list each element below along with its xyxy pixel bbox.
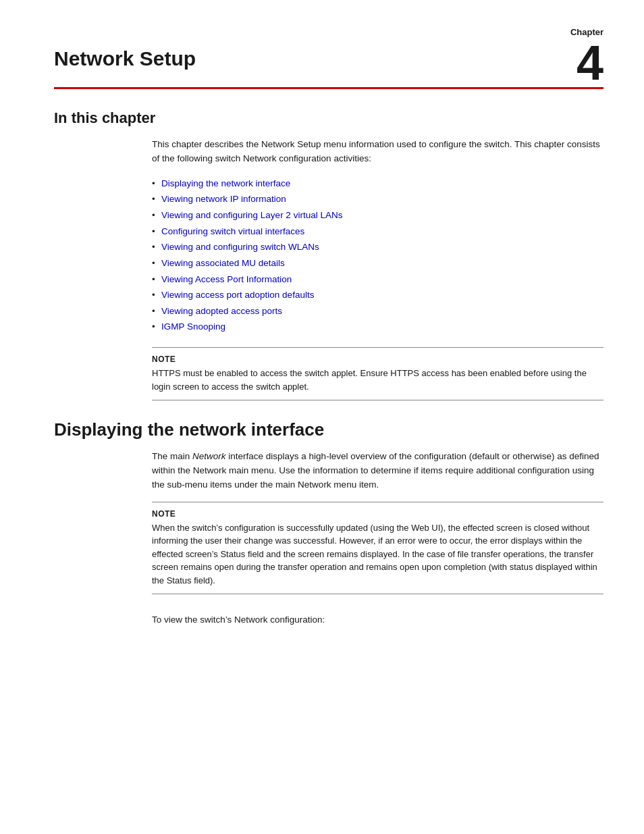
title-area: Network Setup (54, 27, 196, 76)
section2-note-text: When the switch’s configuration is succe… (152, 521, 603, 588)
page-container: Network Setup Chapter 4 In this chapter … (0, 0, 644, 654)
toc-item: Configuring switch virtual interfaces (152, 224, 603, 240)
section-displaying-network: Displaying the network interface The mai… (54, 419, 603, 627)
section2-heading: Displaying the network interface (54, 419, 603, 440)
section2-content: The main Network interface displays a hi… (152, 450, 603, 627)
to-view-text: To view the switch’s Network configurati… (152, 613, 603, 627)
toc-link-0[interactable]: Displaying the network interface (161, 178, 290, 188)
toc-link-9[interactable]: IGMP Snooping (161, 321, 225, 332)
toc-link-4[interactable]: Viewing and configuring switch WLANs (161, 242, 319, 252)
section2-note: NOTE When the switch’s configuration is … (152, 502, 603, 595)
red-rule (54, 87, 603, 89)
chapter-header: Network Setup Chapter 4 (54, 27, 603, 87)
toc-item: Viewing and configuring Layer 2 virtual … (152, 207, 603, 224)
toc-link-8[interactable]: Viewing adopted access ports (161, 306, 282, 316)
toc-item: Viewing associated MU details (152, 255, 603, 271)
section-in-this-chapter: In this chapter This chapter describes t… (54, 109, 603, 400)
toc-item: Viewing and configuring switch WLANs (152, 239, 603, 255)
toc-item: Viewing adopted access ports (152, 303, 603, 319)
page-title: Network Setup (54, 47, 196, 76)
chapter-number: 4 (576, 36, 603, 90)
toc-link-3[interactable]: Configuring switch virtual interfaces (161, 226, 304, 236)
toc-item: Displaying the network interface (152, 176, 603, 192)
section2-body1: The main Network interface displays a hi… (152, 450, 603, 492)
toc-link-7[interactable]: Viewing access port adoption defaults (161, 290, 314, 300)
section1-note-text: HTTPS must be enabled to access the swit… (152, 367, 603, 393)
toc-item: Viewing network IP information (152, 191, 603, 207)
toc-list: Displaying the network interfaceViewing … (152, 176, 603, 335)
section1-note-label: NOTE (152, 355, 603, 364)
section1-note: NOTE HTTPS must be enabled to access the… (152, 347, 603, 400)
toc-item: Viewing Access Port Information (152, 271, 603, 288)
toc-item: Viewing access port adoption defaults (152, 287, 603, 303)
intro-text: This chapter describes the Network Setup… (152, 138, 603, 166)
section1-heading: In this chapter (54, 109, 603, 127)
toc-link-6[interactable]: Viewing Access Port Information (161, 274, 292, 284)
section2-note-label: NOTE (152, 509, 603, 519)
toc-link-2[interactable]: Viewing and configuring Layer 2 virtual … (161, 210, 342, 220)
chapter-label-area: Chapter 4 (570, 27, 603, 87)
section1-content: This chapter describes the Network Setup… (152, 138, 603, 400)
toc-link-1[interactable]: Viewing network IP information (161, 194, 286, 204)
toc-link-5[interactable]: Viewing associated MU details (161, 258, 285, 268)
toc-item: IGMP Snooping (152, 319, 603, 335)
